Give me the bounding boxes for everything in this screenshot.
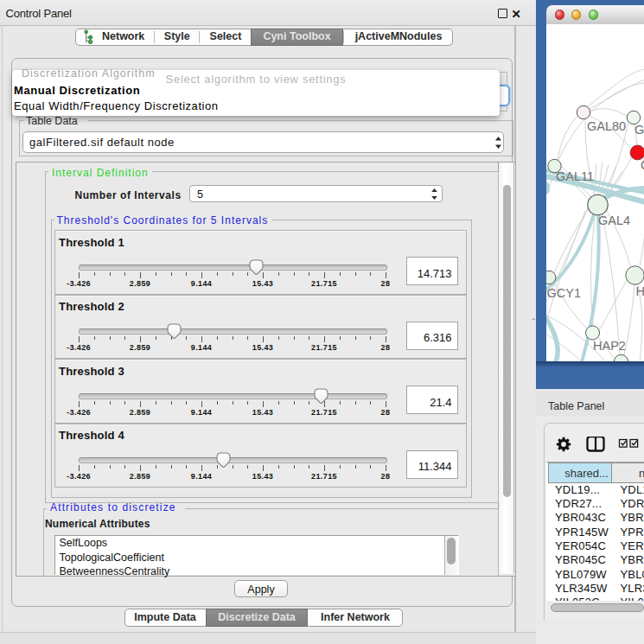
- svg-text:GAL80: GAL80: [587, 119, 626, 133]
- svg-text:HAP2: HAP2: [593, 339, 626, 353]
- svg-text:GAL11: GAL11: [556, 169, 594, 183]
- svg-text:H: H: [635, 284, 644, 298]
- svg-text:GCY1: GCY1: [546, 286, 581, 300]
- svg-text:C: C: [641, 158, 644, 172]
- svg-text:GAL4: GAL4: [598, 214, 630, 227]
- svg-text:G.: G.: [634, 123, 644, 137]
